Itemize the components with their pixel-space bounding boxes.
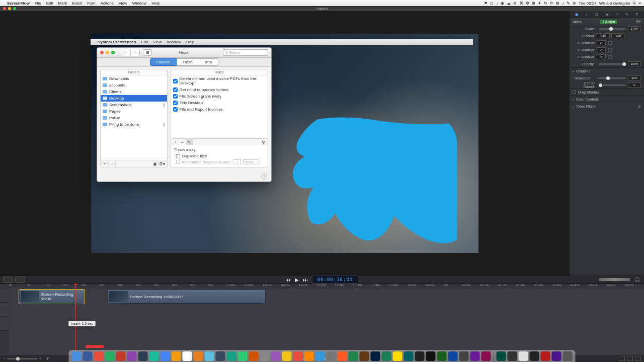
menu-view[interactable]: View [119,1,127,6]
folder-row[interactable]: Screenshots∥ [101,102,167,108]
add-rule-button[interactable]: + [172,139,179,145]
dock-app[interactable] [72,351,82,361]
rules-list[interactable]: Delete old and used invoice PDFs from th… [171,75,268,138]
syspref-menu-window[interactable]: Window [167,40,181,44]
rule-checkbox[interactable] [173,107,178,112]
syspref-menu-view[interactable]: View [153,40,162,44]
remove-rule-button[interactable]: − [179,139,186,145]
fit-button[interactable] [627,356,633,361]
dock-app[interactable] [327,351,336,361]
incomplete-unit[interactable]: Week ⌄ [243,159,259,164]
position-y[interactable]: -528 [611,33,624,38]
zoom-slider[interactable] [7,358,37,359]
status-icon[interactable]: ◉ [501,1,504,6]
tab-folders[interactable]: Folders [150,58,177,66]
status-icon[interactable]: ⊞ [532,1,535,6]
gear-menu-button[interactable]: ⚙▾ [159,161,166,167]
menubar-user[interactable]: William Gallagher [599,1,631,6]
folders-list[interactable]: DownloadsaccountsClientsDesktopScreensho… [101,75,167,160]
remove-folder-button[interactable]: − [109,161,116,167]
minimize-icon[interactable] [8,7,11,10]
timeline-mode-toggle[interactable] [15,277,25,283]
status-icon[interactable]: ☁ [507,1,511,6]
opacity-value[interactable]: 100% [628,61,641,66]
status-icon[interactable]: ↓ [496,1,498,6]
timecode-display[interactable]: 00:00:18;05 [312,276,359,284]
dock-app[interactable] [371,351,380,361]
folder-row[interactable]: Clients [101,88,167,95]
corner-value[interactable]: 0 [628,82,641,87]
status-icon[interactable]: ♪ [562,1,564,6]
dropshadow-section[interactable]: Drop Shadow [578,90,599,94]
videofilters-section[interactable]: Video Filters [576,105,596,108]
disclosure-icon[interactable]: ▸ [573,69,574,73]
headphones-icon[interactable]: 🎧 [634,277,640,282]
folder-row[interactable]: Public [101,115,167,121]
zoom-in-icon[interactable]: + [39,357,41,360]
dock-app[interactable] [282,351,292,361]
status-icon[interactable]: ✦ [538,1,541,6]
opacity-slider[interactable] [599,63,626,65]
status-icon[interactable]: ◻ [490,1,494,6]
menu-font[interactable]: Font [87,1,95,6]
rule-row[interactable]: Tidy Desktop [171,100,268,106]
dropshadow-checkbox[interactable] [573,90,576,94]
track-header[interactable] [0,303,9,317]
rule-row[interactable]: Get rid of temporary folders [171,86,268,93]
status-icon[interactable]: ✿ [556,1,559,6]
disclosure-icon[interactable]: ▸ [573,105,574,108]
rule-checkbox[interactable] [173,87,178,92]
dock-app[interactable] [382,351,391,361]
dock-app[interactable] [315,351,325,361]
wifi-icon[interactable]: ⊚ [573,1,576,6]
callout-tab-icon[interactable]: ◈ [603,12,610,18]
audio-tab-icon[interactable]: ♪ [583,12,590,18]
scale-value[interactable]: 173% [628,26,641,31]
minimize-icon[interactable] [106,51,109,54]
rule-row[interactable]: Delete old and used invoice PDFs from th… [171,75,268,86]
fit-button[interactable] [635,356,641,361]
reflection-value[interactable]: 30% [628,75,641,80]
prev-button[interactable]: ⏮ [286,277,291,283]
zoom-fit-icon[interactable]: ⚲ [46,356,49,360]
position-x[interactable]: 939 [597,33,610,38]
add-action-button[interactable]: + Action [600,20,617,24]
search-rules-button[interactable]: ⚲ [260,139,267,145]
status-icon[interactable]: ⚙ [526,1,529,6]
edit-rule-button[interactable]: ✎ [186,139,193,145]
dock-app[interactable] [393,351,403,361]
dock-app[interactable] [83,351,93,361]
add-filter-icon[interactable]: ⊕ [638,105,641,109]
dock-app[interactable] [338,351,347,361]
cropping-section[interactable]: Cropping [576,69,590,73]
hazel-titlebar[interactable]: ‹ › ⊞ Hazel ⚲ Search [97,48,271,58]
status-icon[interactable]: ⌘ [519,1,523,6]
yrot-value[interactable]: 0° [597,47,606,52]
syspref-menu-edit[interactable]: Edit [141,40,148,44]
dock-app[interactable] [437,351,447,361]
menubar-clock[interactable]: Tue 08:27 [579,1,597,6]
folder-row[interactable]: Downloads [101,75,167,82]
screen-tab-icon[interactable]: ⊡ [593,12,600,18]
text-tab-icon[interactable]: T [633,12,640,18]
timeline-ruler[interactable]: 0s5s10s15s20s25s30s35s40s45s50s55s1m00s1… [0,284,644,289]
dock-app[interactable] [508,351,517,361]
dock-app[interactable] [541,351,550,361]
xrot-value[interactable]: 0° [597,40,606,45]
rule-checkbox[interactable] [173,101,178,105]
dock-app[interactable] [497,351,506,361]
menu-actions[interactable]: Actions [100,1,113,6]
status-icon[interactable]: ↻ [544,1,547,6]
status-icon[interactable]: ⊕ [513,1,517,6]
canvas-viewport[interactable]: System Preferences Edit View Window Help… [0,11,570,276]
dock-app[interactable] [415,351,425,361]
video-tab-icon[interactable]: ▣ [573,12,580,18]
back-button[interactable]: ‹ [121,49,130,56]
timeline-tracks[interactable]: Screen Recording 15/08Screen Recording 1… [9,289,644,354]
add-folder-button[interactable]: + [102,161,109,167]
gear-icon[interactable]: ⚙▾ [636,20,641,24]
dock-app[interactable] [194,351,203,361]
folder-row[interactable]: accounts [101,82,167,88]
dock-app[interactable] [349,351,358,361]
timeline-clip[interactable]: Screen Recording 15/08/2017 [107,290,266,304]
